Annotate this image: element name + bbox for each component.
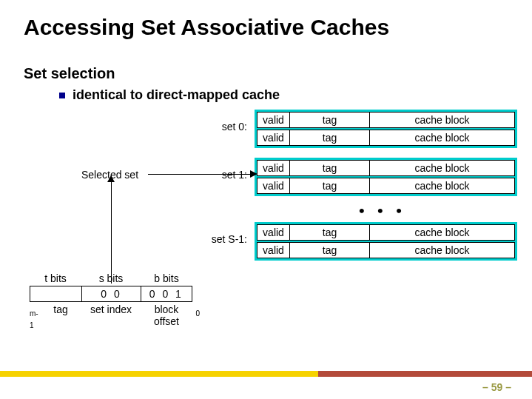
footer-yellow [0,371,318,377]
cache-line: valid tag cache block [257,160,515,176]
page-number: – 59 – [482,381,511,393]
col-valid: valid [257,113,290,127]
zero-label: 0 [192,304,200,327]
footer-red [318,371,532,377]
section-subtitle: Set selection [24,65,115,82]
col-tag: tag [290,225,370,240]
set-group-s1: valid tag cache block valid tag cache bl… [255,222,517,261]
bullet-square-icon [59,93,65,98]
bullet-text: identical to direct-mapped cache [73,87,280,103]
cache-line: valid tag cache block [257,178,515,194]
arrow-up-icon [107,175,115,182]
col-block: cache block [370,243,514,258]
s-bits-label: s bits [81,272,141,284]
col-valid: valid [257,243,290,258]
col-tag: tag [290,178,370,193]
tag-bottom-label: tag [40,304,81,327]
footer-divider [0,371,532,377]
tag-field [30,286,81,301]
col-block: cache block [370,130,514,145]
set-group-0: valid tag cache block valid tag cache bl… [255,110,517,148]
col-valid: valid [257,161,290,175]
address-box: 0 0 0 0 1 [30,286,192,302]
col-tag: tag [290,113,370,127]
address-fields: t bits s bits b bits 0 0 0 0 1 m-1 tag s… [30,272,200,327]
arrow-line-vertical [111,180,112,284]
set-index-field: 0 0 [81,286,140,301]
bullet-item: identical to direct-mapped cache [59,87,280,103]
col-block: cache block [370,161,514,175]
b-bits-label: b bits [141,272,192,284]
cache-line: valid tag cache block [257,224,515,241]
set-index-bottom-label: set index [81,304,141,327]
col-block: cache block [370,178,514,193]
col-valid: valid [257,225,290,240]
cache-line: valid tag cache block [257,112,515,128]
col-tag: tag [290,130,370,145]
col-valid: valid [257,130,290,145]
block-offset-bottom-label: block offset [141,304,192,327]
page-title: Accessing Set Associative Caches [24,15,389,40]
col-block: cache block [370,113,514,127]
set-label-0: set 0: [195,121,247,133]
set-group-1: valid tag cache block valid tag cache bl… [255,158,517,196]
arrow-line [148,174,252,175]
col-tag: tag [290,243,370,258]
m-1-label: m-1 [30,304,40,327]
set-label-s1: set S-1: [195,233,247,245]
cache-line: valid tag cache block [257,130,515,146]
col-block: cache block [370,225,514,240]
col-valid: valid [257,178,290,193]
t-bits-label: t bits [30,272,81,284]
col-tag: tag [290,161,370,175]
block-offset-field: 0 0 1 [141,286,192,301]
set-label-1: set 1: [195,169,247,181]
arrow-right-icon [250,170,257,178]
cache-line: valid tag cache block [257,242,515,258]
ellipsis-icon: • • • [359,201,406,221]
